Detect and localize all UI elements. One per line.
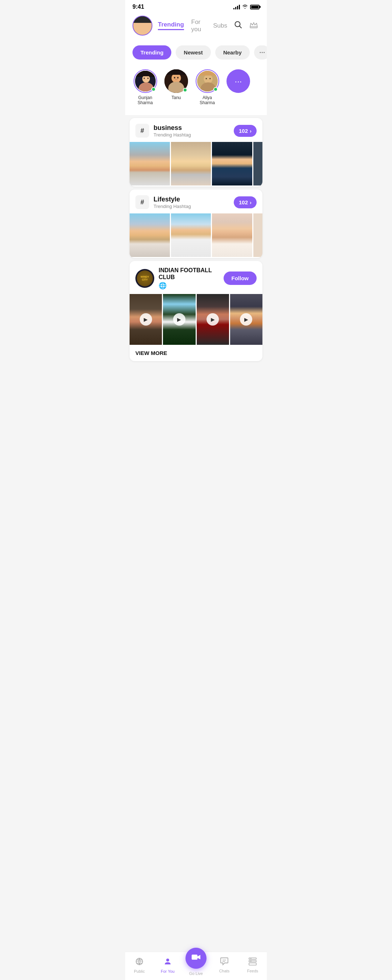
club-logo-inner: WINDYcity [137, 270, 153, 286]
business-photo-1[interactable] [129, 142, 170, 186]
online-dot-1 [151, 87, 156, 91]
follow-button[interactable]: Follow [223, 272, 257, 285]
hashtag-lifestyle-subtext: Trending Hashtag [153, 204, 191, 209]
lifestyle-photo-1[interactable] [129, 213, 170, 257]
battery-icon [250, 5, 260, 10]
chevron-right-icon-2: › [250, 199, 252, 205]
crown-button[interactable] [248, 20, 260, 32]
hashtag-business-info: business Trending Hashtag [153, 124, 191, 138]
hashtag-lifestyle-tag: Lifestyle [153, 196, 191, 203]
more-label: ... [236, 95, 240, 100]
more-stories-button[interactable]: ··· [226, 69, 250, 93]
svg-point-16 [143, 78, 145, 79]
story-name-1: Gunjan Sharma [132, 95, 158, 105]
play-button-4[interactable]: ▶ [240, 313, 252, 326]
header: Trending For you Subs [125, 12, 267, 41]
filter-nearby[interactable]: Nearby [215, 45, 250, 59]
svg-rect-10 [250, 27, 257, 28]
stories-row: Gunjan Sharma [125, 64, 267, 111]
search-button[interactable] [233, 19, 244, 32]
filter-more[interactable]: ⋯ [254, 45, 267, 59]
tab-subs[interactable]: Subs [213, 22, 227, 29]
view-more-row: VIEW MORE [129, 345, 263, 361]
user-avatar[interactable] [132, 16, 153, 35]
filter-tabs: Trending Newest Nearby ⋯ [125, 41, 267, 64]
story-item-1[interactable]: Gunjan Sharma [132, 69, 158, 105]
story-more-item[interactable]: ··· ... [226, 69, 250, 105]
hashtag-symbol-2: # [135, 195, 149, 209]
status-icons [233, 4, 260, 10]
svg-rect-4 [133, 16, 152, 23]
club-logo-text: WINDYcity [140, 275, 149, 281]
svg-point-7 [145, 23, 146, 25]
online-dot-3 [214, 87, 218, 91]
club-video-grid: ▶ ▶ ▶ ▶ [129, 294, 263, 345]
svg-rect-25 [164, 69, 188, 75]
story-item-2[interactable]: Tanu [164, 69, 188, 105]
svg-point-28 [204, 75, 212, 83]
story-avatar-container-2 [164, 69, 188, 93]
signal-icon [233, 4, 240, 10]
hashtag-symbol-1: # [135, 124, 149, 138]
play-button-2[interactable]: ▶ [173, 313, 185, 326]
story-item-3[interactable]: Aliya Sharma [194, 69, 220, 105]
status-time: 9:41 [132, 4, 144, 10]
lifestyle-photo-4[interactable] [253, 213, 263, 257]
hashtag-lifestyle-header: # Lifestyle Trending Hashtag 102 › [129, 189, 263, 213]
lifestyle-photo-2[interactable] [171, 213, 211, 257]
hashtag-business-header: # business Trending Hashtag 102 › [129, 118, 263, 142]
club-video-3[interactable]: ▶ [197, 294, 229, 345]
filter-newest[interactable]: Newest [176, 45, 211, 59]
tab-trending[interactable]: Trending [158, 21, 184, 30]
club-section: WINDYcity INDIAN FOOTBALL CLUB 🌐 Follow … [129, 261, 263, 361]
story-name-2: Tanu [171, 95, 181, 100]
svg-rect-0 [133, 16, 152, 35]
hashtag-business-tag: business [153, 124, 191, 132]
play-button-1[interactable]: ▶ [140, 313, 152, 326]
nav-tabs: Trending For you Subs [158, 19, 227, 33]
business-photo-2[interactable] [171, 142, 211, 186]
play-button-3[interactable]: ▶ [207, 313, 219, 326]
club-video-4[interactable]: ▶ [230, 294, 263, 345]
svg-point-2 [138, 18, 148, 25]
business-photo-3[interactable] [212, 142, 252, 186]
business-photo-4[interactable] [253, 142, 263, 186]
story-avatar-ring-3 [196, 69, 219, 93]
hashtag-business-subtext: Trending Hashtag [153, 132, 191, 138]
hashtag-lifestyle-section: # Lifestyle Trending Hashtag 102 › [129, 189, 263, 258]
stories-section: Gunjan Sharma [125, 64, 267, 115]
svg-point-17 [147, 78, 148, 79]
story-name-3: Aliya Sharma [194, 95, 220, 105]
hashtag-lifestyle-info: Lifestyle Trending Hashtag [153, 196, 191, 209]
filter-trending[interactable]: Trending [132, 45, 171, 59]
hashtag-business-section: # business Trending Hashtag 102 › [129, 118, 263, 186]
club-video-2[interactable]: ▶ [163, 294, 195, 345]
svg-point-29 [206, 78, 207, 80]
svg-point-6 [140, 23, 142, 25]
view-more-button[interactable]: VIEW MORE [135, 350, 167, 356]
story-avatar-ring-1 [134, 69, 157, 93]
online-dot-2 [183, 88, 187, 92]
svg-point-23 [174, 77, 175, 78]
wifi-icon [242, 4, 248, 10]
main-content: Gunjan Sharma [125, 64, 267, 393]
hashtag-business-photos [129, 142, 263, 186]
club-logo: WINDYcity [135, 269, 154, 288]
svg-point-30 [209, 78, 210, 80]
chevron-right-icon: › [250, 128, 252, 134]
club-name: INDIAN FOOTBALL CLUB [159, 267, 223, 280]
svg-point-3 [137, 28, 150, 35]
tab-for-you[interactable]: For you [191, 19, 206, 33]
svg-point-5 [139, 20, 148, 29]
svg-line-9 [239, 26, 242, 28]
hashtag-lifestyle-count[interactable]: 102 › [234, 196, 257, 208]
club-video-1[interactable]: ▶ [129, 294, 162, 345]
header-actions [233, 19, 260, 32]
hashtag-business-count[interactable]: 102 › [234, 125, 257, 137]
hashtag-business-left: # business Trending Hashtag [135, 124, 191, 138]
svg-point-24 [177, 77, 178, 78]
globe-icon: 🌐 [159, 282, 223, 290]
club-info: INDIAN FOOTBALL CLUB 🌐 [159, 267, 223, 290]
svg-rect-18 [135, 71, 156, 76]
lifestyle-photo-3[interactable] [212, 213, 252, 257]
